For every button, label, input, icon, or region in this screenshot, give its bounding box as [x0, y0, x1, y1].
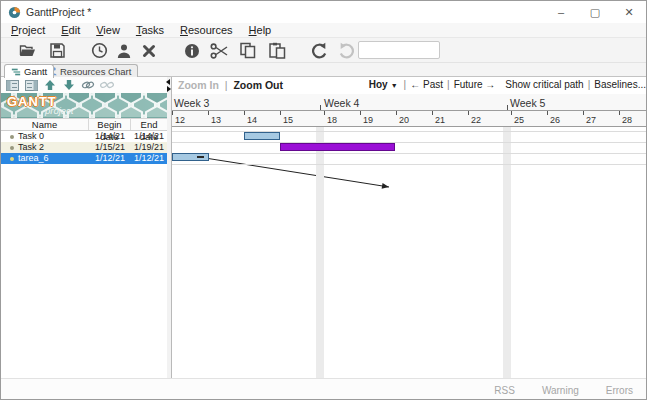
- tab-resources-chart[interactable]: Resources Chart: [40, 64, 138, 77]
- week-label: Week 5: [510, 97, 545, 109]
- table-row-Task 2[interactable]: Task 21/15/211/19/21: [1, 142, 167, 153]
- column-header-name[interactable]: Name: [1, 119, 89, 130]
- unindent-icon[interactable]: [5, 78, 19, 92]
- link-icon[interactable]: [81, 78, 95, 92]
- minimize-button[interactable]: –: [544, 1, 578, 23]
- maximize-button[interactable]: ▢: [578, 1, 612, 23]
- zoom-in-link[interactable]: Zoom In: [178, 79, 219, 91]
- chevron-down-icon[interactable]: ▼: [391, 82, 398, 89]
- day-tick: [324, 111, 325, 115]
- menu-edit[interactable]: Edit: [53, 23, 88, 38]
- table-row-tarea_6[interactable]: tarea_61/12/211/12/21: [1, 153, 167, 164]
- baselines-button[interactable]: Baselines...: [594, 79, 646, 90]
- task-name: tarea_6: [18, 153, 49, 164]
- show-critical-path-button[interactable]: Show critical path: [505, 79, 583, 90]
- zoom-separator: |: [222, 79, 231, 91]
- unlink-icon[interactable]: [100, 78, 114, 92]
- nav-separator: |: [400, 79, 411, 90]
- menu-tasks[interactable]: Tasks: [128, 23, 172, 38]
- status-errors[interactable]: Errors: [606, 385, 633, 396]
- task-bullet-icon: [10, 157, 14, 161]
- today-button[interactable]: Hoy: [369, 79, 388, 90]
- menu-project[interactable]: Project: [3, 23, 53, 38]
- chart-row-line: [172, 142, 647, 143]
- week-tick: [320, 105, 321, 110]
- task-bullet-icon: [10, 135, 14, 139]
- gantt-bar-Task 2[interactable]: [280, 143, 395, 151]
- move-down-icon[interactable]: [62, 78, 76, 92]
- open-project-icon[interactable]: [17, 41, 37, 60]
- undo-icon[interactable]: [309, 41, 329, 60]
- save-project-icon[interactable]: [47, 41, 67, 60]
- week-header-row: Week 3Week 4Week 5: [172, 94, 647, 111]
- day-tick: [360, 111, 361, 115]
- task-panel-toolbar: [1, 77, 167, 93]
- info-icon[interactable]: [182, 41, 202, 60]
- clock-icon[interactable]: [89, 41, 109, 60]
- day-label: 25: [514, 115, 524, 125]
- menu-resources[interactable]: Resources: [172, 23, 241, 38]
- move-up-icon[interactable]: [43, 78, 57, 92]
- day-tick: [619, 111, 620, 115]
- ganttproject-logo: GANTT project: [1, 93, 167, 118]
- zoom-out-link[interactable]: Zoom Out: [233, 79, 283, 91]
- day-label: 27: [586, 115, 596, 125]
- main-area: GANTT project Name Begin date End date T…: [1, 77, 647, 378]
- person-icon[interactable]: [114, 41, 134, 60]
- redo-icon[interactable]: [337, 41, 357, 60]
- window-controls: – ▢ ✕: [544, 1, 646, 23]
- status-bar: RSSWarningErrors: [1, 378, 646, 400]
- day-tick: [432, 111, 433, 115]
- future-button[interactable]: Future →: [454, 79, 496, 90]
- task-bullet-icon: [10, 146, 14, 150]
- day-tick: [244, 111, 245, 115]
- close-button[interactable]: ✕: [612, 1, 646, 23]
- day-label: 19: [363, 115, 373, 125]
- menu-bar: ProjectEditViewTasksResourcesHelp: [1, 23, 646, 38]
- bar-drag-handle[interactable]: [197, 156, 204, 158]
- task-table-header: Name Begin date End date: [1, 118, 167, 131]
- task-begin-date: 1/14/21: [89, 131, 131, 142]
- status-warning[interactable]: Warning: [542, 385, 579, 396]
- day-label: 13: [211, 115, 221, 125]
- day-tick: [280, 111, 281, 115]
- task-panel: GANTT project Name Begin date End date T…: [1, 77, 167, 378]
- chart-body: [172, 127, 647, 378]
- gantt-chart: Zoom In | Zoom Out Hoy ▼ | ← Past | Futu…: [171, 77, 647, 378]
- column-header-end-date[interactable]: End date: [131, 119, 167, 130]
- day-label: 14: [247, 115, 257, 125]
- task-name: Task 2: [18, 142, 44, 153]
- week-label: Week 3: [174, 97, 209, 109]
- column-header-begin-date[interactable]: Begin date: [89, 119, 131, 130]
- day-label: 22: [471, 115, 481, 125]
- day-label: 20: [399, 115, 409, 125]
- delete-icon[interactable]: [139, 41, 159, 60]
- chart-row-line: [172, 164, 647, 165]
- indent-icon[interactable]: [24, 78, 38, 92]
- past-button[interactable]: ← Past: [410, 79, 443, 90]
- collapse-left-icon[interactable]: [166, 79, 170, 85]
- zoom-controls: Zoom In | Zoom Out: [178, 79, 283, 91]
- gantt-chart-icon: [11, 67, 21, 77]
- day-tick: [468, 111, 469, 115]
- task-end-date: 1/12/21: [131, 153, 167, 164]
- day-label: 26: [550, 115, 560, 125]
- menu-help[interactable]: Help: [241, 23, 280, 38]
- tab-gantt[interactable]: Gantt: [4, 64, 54, 78]
- task-end-date: 1/19/21: [131, 142, 167, 153]
- task-name-cell: Task 0: [1, 131, 89, 142]
- day-header-row: 12131415181920212225262728: [172, 111, 647, 127]
- paste-icon[interactable]: [267, 41, 287, 60]
- app-icon: [8, 6, 21, 19]
- tab-resources-chart-label: Resources Chart: [60, 66, 131, 77]
- menu-view[interactable]: View: [88, 23, 128, 38]
- status-rss[interactable]: RSS: [494, 385, 515, 396]
- copy-icon[interactable]: [238, 41, 258, 60]
- task-name: Task 0: [18, 131, 44, 142]
- search-input[interactable]: [358, 41, 440, 59]
- title-bar: GanttProject * – ▢ ✕: [1, 1, 646, 23]
- cut-icon[interactable]: [209, 41, 229, 60]
- day-label: 12: [175, 115, 185, 125]
- table-row-Task 0[interactable]: Task 01/14/211/14/21: [1, 131, 167, 142]
- gantt-bar-Task 0[interactable]: [244, 132, 280, 140]
